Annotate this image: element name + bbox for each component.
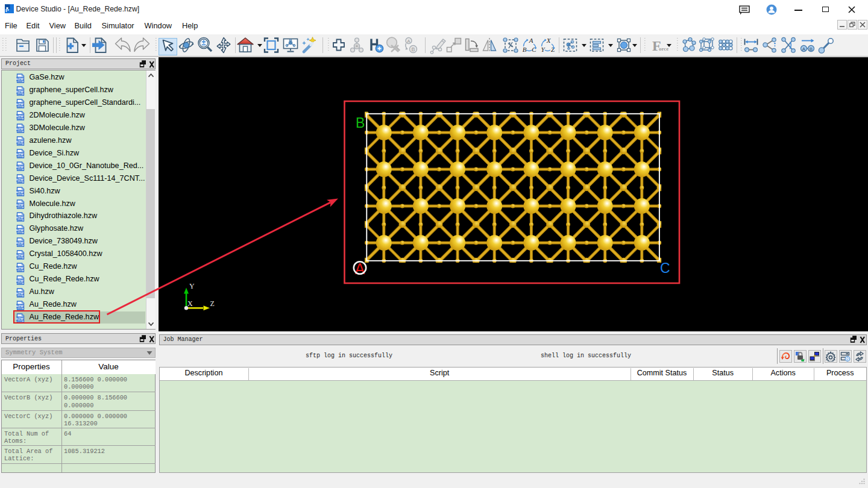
svg-text:HZW: HZW <box>16 89 24 93</box>
svg-text:HZW: HZW <box>16 165 24 169</box>
svg-text:HZW: HZW <box>16 228 24 232</box>
svg-text:HZW: HZW <box>16 304 24 307</box>
svg-text:HZW: HZW <box>16 102 24 105</box>
svg-text:HZW: HZW <box>16 203 24 207</box>
svg-text:HZW: HZW <box>16 266 24 270</box>
svg-text:HZW: HZW <box>16 140 24 143</box>
svg-text:B: B <box>523 46 527 53</box>
svg-text:HZW: HZW <box>16 114 24 118</box>
svg-text:HZW: HZW <box>16 292 24 295</box>
svg-text:HZW: HZW <box>16 279 24 283</box>
svg-text:HZW: HZW <box>16 77 24 80</box>
svg-text:HZW: HZW <box>16 190 24 194</box>
svg-text:Y: Y <box>541 46 546 53</box>
svg-text:A: A <box>407 39 410 44</box>
svg-text:B: B <box>411 46 415 52</box>
svg-text:A: A <box>802 46 806 52</box>
svg-text:HZW: HZW <box>16 152 24 156</box>
svg-text:HZW: HZW <box>16 127 24 131</box>
svg-text:A: A <box>529 37 533 44</box>
svg-text:B: B <box>810 46 813 52</box>
svg-text:HZW: HZW <box>16 178 24 181</box>
svg-text:HZW: HZW <box>16 216 24 219</box>
svg-text:HZW: HZW <box>16 241 24 245</box>
svg-text:X: X <box>546 37 552 44</box>
svg-text:Z: Z <box>551 46 555 53</box>
svg-text:HZW: HZW <box>16 254 24 257</box>
